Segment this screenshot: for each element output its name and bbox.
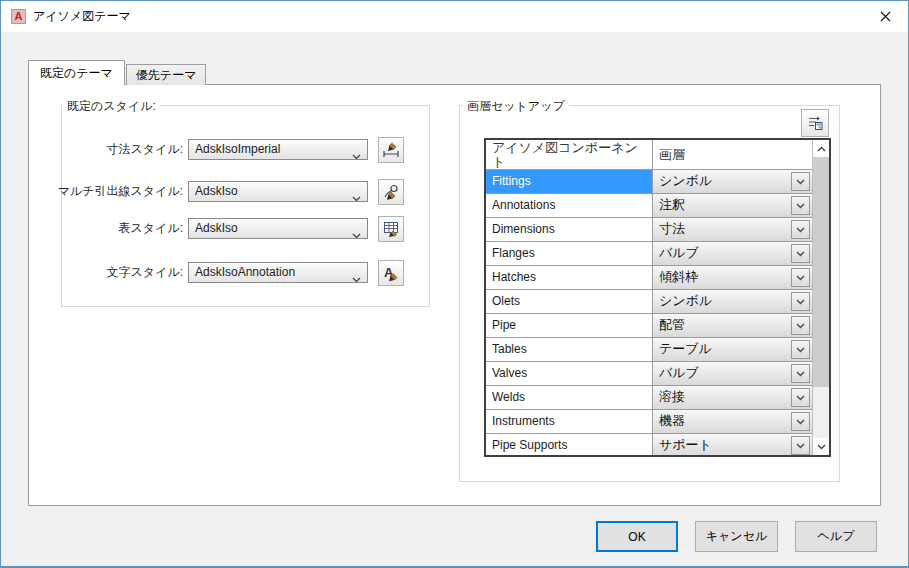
layer-combobox[interactable]: バルブ bbox=[652, 362, 812, 385]
table-style-label: 表スタイル: bbox=[35, 220, 183, 237]
layer-combobox[interactable]: シンボル bbox=[652, 170, 812, 193]
default-theme-tab-page: 既定のスタイル: 寸法スタイル: AdskIsoImperial マルチ引出線ス… bbox=[28, 84, 881, 506]
scroll-down-button[interactable] bbox=[813, 438, 829, 455]
table-row: Fittings シンボル bbox=[486, 170, 812, 194]
chevron-down-icon[interactable] bbox=[791, 172, 810, 191]
chevron-down-icon[interactable] bbox=[791, 268, 810, 287]
chevron-down-icon bbox=[352, 147, 361, 160]
text-style-edit-icon: A bbox=[382, 264, 400, 282]
chevron-down-icon[interactable] bbox=[791, 412, 810, 431]
close-button[interactable] bbox=[863, 1, 908, 32]
layer-combobox[interactable]: バルブ bbox=[652, 242, 812, 265]
layer-value: シンボル bbox=[659, 293, 712, 308]
multileader-style-edit-icon bbox=[382, 183, 400, 201]
edit-multileader-style-button[interactable] bbox=[378, 179, 404, 205]
component-cell[interactable]: Pipe Supports bbox=[486, 434, 652, 455]
layer-value: バルブ bbox=[659, 365, 699, 380]
layer-combobox[interactable]: 溶接 bbox=[652, 386, 812, 409]
layer-setup-group-label: 画層セットアップ bbox=[463, 98, 569, 115]
multileader-style-label: マルチ引出線スタイル: bbox=[35, 183, 183, 200]
layer-value: 溶接 bbox=[659, 389, 685, 404]
chevron-down-icon[interactable] bbox=[791, 340, 810, 359]
layer-combobox[interactable]: シンボル bbox=[652, 290, 812, 313]
layer-value: バルブ bbox=[659, 245, 699, 260]
chevron-down-icon[interactable] bbox=[791, 436, 810, 455]
layer-value: 傾斜枠 bbox=[659, 269, 698, 284]
component-cell[interactable]: Annotations bbox=[486, 194, 652, 217]
table-style-combobox[interactable]: AdskIso bbox=[188, 218, 368, 239]
layer-value: テーブル bbox=[659, 341, 712, 356]
table-row: Annotations 注釈 bbox=[486, 194, 812, 218]
component-cell[interactable]: Olets bbox=[486, 290, 652, 313]
cancel-button[interactable]: キャンセル bbox=[695, 521, 778, 552]
component-cell[interactable]: Instruments bbox=[486, 410, 652, 433]
text-style-combobox[interactable]: AdskIsoAnnotation bbox=[188, 262, 368, 283]
layer-value: 機器 bbox=[659, 413, 685, 428]
table-header-row: アイソメ図コンポーネント 画層 bbox=[486, 140, 812, 170]
table-style-value: AdskIso bbox=[195, 221, 238, 235]
table-row: Welds 溶接 bbox=[486, 386, 812, 410]
text-style-row: 文字スタイル: AdskIsoAnnotation A bbox=[35, 259, 404, 286]
layer-table-body: アイソメ図コンポーネント 画層 Fittings シンボル Annotation… bbox=[486, 140, 812, 455]
layer-combobox[interactable]: 機器 bbox=[652, 410, 812, 433]
layer-list-settings-icon bbox=[806, 114, 824, 132]
component-cell[interactable]: Welds bbox=[486, 386, 652, 409]
column-header-layer: 画層 bbox=[652, 140, 812, 169]
table-row: Dimensions 寸法 bbox=[486, 218, 812, 242]
component-cell[interactable]: Tables bbox=[486, 338, 652, 361]
dimension-style-row: 寸法スタイル: AdskIsoImperial bbox=[35, 136, 404, 163]
chevron-down-icon[interactable] bbox=[791, 292, 810, 311]
layer-settings-button[interactable] bbox=[801, 109, 829, 137]
close-icon bbox=[880, 11, 891, 22]
layer-combobox[interactable]: 傾斜枠 bbox=[652, 266, 812, 289]
component-cell[interactable]: Valves bbox=[486, 362, 652, 385]
chevron-down-icon[interactable] bbox=[791, 316, 810, 335]
table-row: Instruments 機器 bbox=[486, 410, 812, 434]
scroll-up-button[interactable] bbox=[813, 140, 829, 157]
component-cell[interactable]: Flanges bbox=[486, 242, 652, 265]
component-cell[interactable]: Pipe bbox=[486, 314, 652, 337]
edit-table-style-button[interactable] bbox=[378, 216, 404, 242]
component-cell[interactable]: Dimensions bbox=[486, 218, 652, 241]
component-cell[interactable]: Fittings bbox=[486, 170, 652, 193]
table-row: Hatches 傾斜枠 bbox=[486, 266, 812, 290]
layer-combobox[interactable]: テーブル bbox=[652, 338, 812, 361]
layer-value: 寸法 bbox=[659, 221, 685, 236]
layer-value: サポート bbox=[659, 437, 712, 452]
scrollbar-thumb[interactable] bbox=[813, 157, 829, 387]
chevron-down-icon[interactable] bbox=[791, 196, 810, 215]
layer-combobox[interactable]: 配管 bbox=[652, 314, 812, 337]
tab-priority-theme[interactable]: 優先テーマ bbox=[126, 64, 207, 85]
chevron-down-icon bbox=[817, 444, 826, 450]
ok-button[interactable]: OK bbox=[596, 521, 678, 552]
table-row: Olets シンボル bbox=[486, 290, 812, 314]
chevron-down-icon bbox=[352, 270, 361, 283]
layer-value: 注釈 bbox=[659, 197, 685, 212]
edit-dimension-style-button[interactable] bbox=[378, 137, 404, 163]
dimension-style-combobox[interactable]: AdskIsoImperial bbox=[188, 139, 368, 160]
multileader-style-combobox[interactable]: AdskIso bbox=[188, 181, 368, 202]
layer-value: シンボル bbox=[659, 173, 712, 188]
multileader-style-value: AdskIso bbox=[195, 184, 238, 198]
chevron-down-icon[interactable] bbox=[791, 364, 810, 383]
text-style-value: AdskIsoAnnotation bbox=[195, 265, 295, 279]
text-style-label: 文字スタイル: bbox=[35, 264, 183, 281]
dimension-style-label: 寸法スタイル: bbox=[35, 141, 183, 158]
isometric-theme-dialog: A アイソメ図テーマ 既定のテーマ 優先テーマ 既定のスタイル: 寸法スタイル:… bbox=[0, 0, 909, 568]
tab-default-theme[interactable]: 既定のテーマ bbox=[28, 60, 125, 85]
component-cell[interactable]: Hatches bbox=[486, 266, 652, 289]
chevron-down-icon[interactable] bbox=[791, 244, 810, 263]
edit-text-style-button[interactable]: A bbox=[378, 260, 404, 286]
layer-combobox[interactable]: サポート bbox=[652, 434, 812, 455]
chevron-down-icon bbox=[352, 189, 361, 202]
title-bar: A アイソメ図テーマ bbox=[1, 1, 908, 32]
layer-combobox[interactable]: 寸法 bbox=[652, 218, 812, 241]
layer-value: 配管 bbox=[659, 317, 685, 332]
vertical-scrollbar[interactable] bbox=[812, 140, 829, 455]
chevron-down-icon[interactable] bbox=[791, 220, 810, 239]
column-header-component: アイソメ図コンポーネント bbox=[486, 140, 652, 169]
chevron-down-icon[interactable] bbox=[791, 388, 810, 407]
layer-combobox[interactable]: 注釈 bbox=[652, 194, 812, 217]
help-button[interactable]: ヘルプ bbox=[795, 521, 877, 552]
chevron-up-icon bbox=[817, 146, 826, 152]
